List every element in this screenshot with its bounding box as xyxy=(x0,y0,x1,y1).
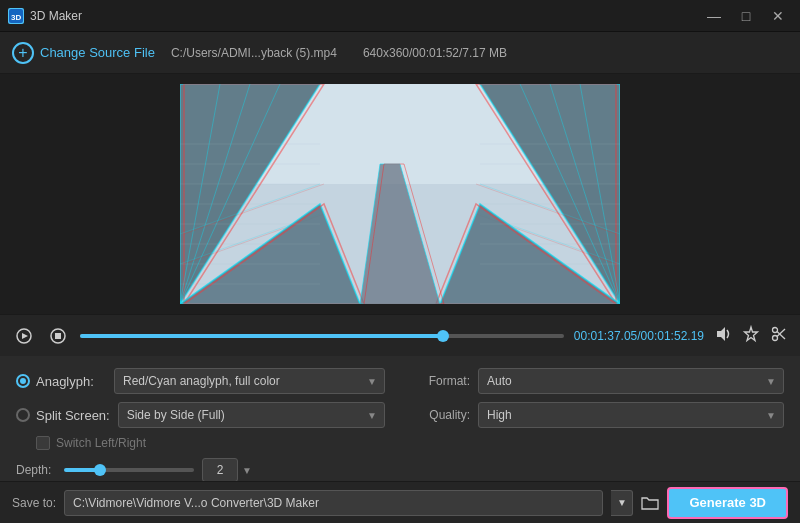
save-bar: Save to: C:\Vidmore\Vidmore V...o Conver… xyxy=(0,481,800,523)
add-icon: + xyxy=(12,42,34,64)
split-screen-select[interactable]: Side by Side (Full) Side by Side (Half-W… xyxy=(118,402,385,428)
quality-row: Quality: High Medium Low ▼ xyxy=(415,402,784,428)
anaglyph-select[interactable]: Red/Cyan anaglyph, full color Red/Cyan a… xyxy=(114,368,385,394)
video-frame xyxy=(180,84,620,304)
play-button[interactable] xyxy=(12,324,36,348)
anaglyph-row: Anaglyph: Red/Cyan anaglyph, full color … xyxy=(16,368,385,394)
title-controls: — □ ✕ xyxy=(700,5,792,27)
save-path-dropdown-button[interactable]: ▼ xyxy=(611,490,633,516)
svg-point-56 xyxy=(773,336,778,341)
minimize-button[interactable]: — xyxy=(700,5,728,27)
svg-rect-50 xyxy=(183,84,620,304)
split-screen-dropdown-wrapper: Side by Side (Full) Side by Side (Half-W… xyxy=(118,402,385,428)
depth-dropdown-arrow[interactable]: ▼ xyxy=(242,465,252,476)
maximize-button[interactable]: □ xyxy=(732,5,760,27)
video-preview xyxy=(180,84,620,304)
svg-marker-55 xyxy=(717,327,725,341)
settings-right: Format: Auto MP4 AVI MOV MKV ▼ Quality: … xyxy=(415,368,784,482)
depth-thumb xyxy=(94,464,106,476)
svg-marker-52 xyxy=(22,333,28,339)
scissors-button[interactable] xyxy=(770,325,788,346)
depth-label: Depth: xyxy=(16,463,56,477)
quality-select[interactable]: High Medium Low xyxy=(478,402,784,428)
settings-panel: Anaglyph: Red/Cyan anaglyph, full color … xyxy=(0,356,800,494)
file-meta: 640x360/00:01:52/7.17 MB xyxy=(363,46,507,60)
toolbar: + Change Source File C:/Users/ADMI...yba… xyxy=(0,32,800,74)
depth-slider-container: 2 ▼ xyxy=(64,458,252,482)
split-screen-radio-label[interactable]: Split Screen: xyxy=(16,408,110,423)
save-path-text: C:\Vidmore\Vidmore V...o Converter\3D Ma… xyxy=(73,496,319,510)
format-label: Format: xyxy=(415,374,470,388)
switch-checkbox[interactable] xyxy=(36,436,50,450)
controls-bar: 00:01:37.05/00:01:52.19 xyxy=(0,314,800,356)
app-title: 3D Maker xyxy=(30,9,82,23)
current-time: 00:01:37.05 xyxy=(574,329,637,343)
anaglyph-dropdown-wrapper: Red/Cyan anaglyph, full color Red/Cyan a… xyxy=(114,368,385,394)
quality-label: Quality: xyxy=(415,408,470,422)
time-display: 00:01:37.05/00:01:52.19 xyxy=(574,329,704,343)
quality-dropdown-wrapper: High Medium Low ▼ xyxy=(478,402,784,428)
title-bar: 3D 3D Maker — □ ✕ xyxy=(0,0,800,32)
video-area xyxy=(0,74,800,314)
settings-left: Anaglyph: Red/Cyan anaglyph, full color … xyxy=(16,368,385,482)
split-screen-label: Split Screen: xyxy=(36,408,110,423)
svg-rect-54 xyxy=(55,333,61,339)
svg-point-57 xyxy=(773,328,778,333)
title-left: 3D 3D Maker xyxy=(8,8,82,24)
anaglyph-label: Anaglyph: xyxy=(36,374,94,389)
split-screen-radio[interactable] xyxy=(16,408,30,422)
anaglyph-radio[interactable] xyxy=(16,374,30,388)
svg-text:3D: 3D xyxy=(11,13,21,22)
generate-3d-button[interactable]: Generate 3D xyxy=(667,487,788,519)
stop-button[interactable] xyxy=(46,324,70,348)
depth-slider[interactable] xyxy=(64,468,194,472)
app-icon: 3D xyxy=(8,8,24,24)
change-source-button[interactable]: + Change Source File xyxy=(12,42,155,64)
depth-row: Depth: 2 ▼ xyxy=(16,458,385,482)
depth-value-container: 2 ▼ xyxy=(202,458,252,482)
total-time: 00:01:52.19 xyxy=(641,329,704,343)
seek-thumb xyxy=(437,330,449,342)
seek-bar[interactable] xyxy=(80,334,564,338)
change-source-label: Change Source File xyxy=(40,45,155,60)
depth-value: 2 xyxy=(202,458,238,482)
open-folder-button[interactable] xyxy=(641,490,659,516)
magic-button[interactable] xyxy=(742,325,760,346)
switch-label: Switch Left/Right xyxy=(56,436,146,450)
volume-button[interactable] xyxy=(714,325,732,346)
format-row: Format: Auto MP4 AVI MOV MKV ▼ xyxy=(415,368,784,394)
switch-checkbox-row: Switch Left/Right xyxy=(36,436,385,450)
file-path: C:/Users/ADMI...yback (5).mp4 xyxy=(171,46,337,60)
split-screen-row: Split Screen: Side by Side (Full) Side b… xyxy=(16,402,385,428)
format-select[interactable]: Auto MP4 AVI MOV MKV xyxy=(478,368,784,394)
anaglyph-radio-label[interactable]: Anaglyph: xyxy=(16,374,106,389)
save-path-display: C:\Vidmore\Vidmore V...o Converter\3D Ma… xyxy=(64,490,603,516)
seek-progress xyxy=(80,334,443,338)
save-to-label: Save to: xyxy=(12,496,56,510)
format-dropdown-wrapper: Auto MP4 AVI MOV MKV ▼ xyxy=(478,368,784,394)
close-button[interactable]: ✕ xyxy=(764,5,792,27)
